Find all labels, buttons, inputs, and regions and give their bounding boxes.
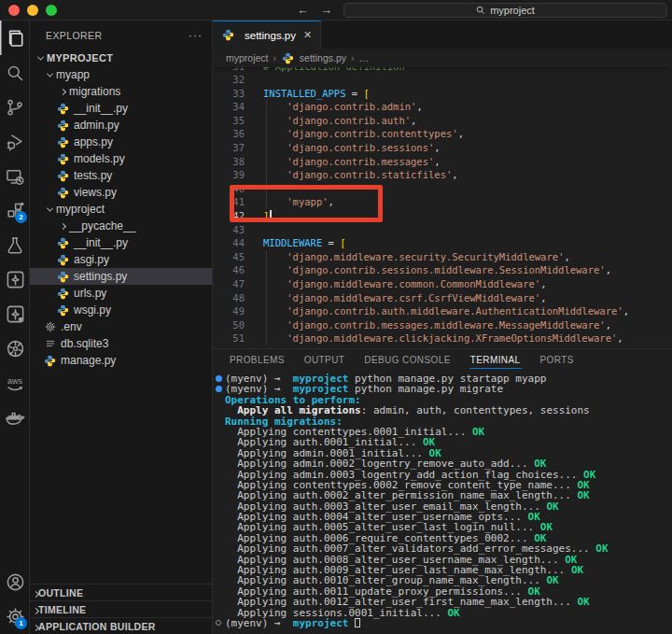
python-icon bbox=[56, 103, 70, 115]
tab-bar: settings.py ✕ bbox=[213, 21, 672, 49]
code-line-45: 45 'django.middleware.security.SecurityM… bbox=[213, 250, 672, 264]
nav-back-icon[interactable]: ← bbox=[297, 0, 309, 21]
code-line-47: 47 'django.middleware.common.CommonMiddl… bbox=[213, 277, 672, 291]
chevron-right-icon bbox=[56, 224, 69, 229]
tab-label: settings.py bbox=[245, 30, 296, 41]
tree-item-label: __init__.py bbox=[74, 102, 128, 115]
section-application-builder[interactable]: APPLICATION BUILDER bbox=[30, 617, 212, 634]
tree-item-label: apps.py bbox=[74, 135, 113, 148]
tree-item--env[interactable]: .env bbox=[30, 318, 212, 335]
tree-item-__init__-py[interactable]: __init__.py bbox=[30, 234, 212, 251]
more-actions-icon[interactable]: ··· bbox=[189, 29, 203, 42]
tab-settings-py[interactable]: settings.py ✕ bbox=[213, 21, 321, 49]
python-icon bbox=[221, 29, 235, 41]
tree-item-label: __pycache__ bbox=[69, 219, 135, 232]
chevron-right-icon bbox=[56, 90, 69, 94]
tree-item-manage-py[interactable]: manage.py bbox=[30, 352, 212, 369]
terminal-cursor bbox=[355, 618, 360, 627]
panel-tab-output[interactable]: OUTPUT bbox=[303, 352, 346, 369]
tree-item-apps-py[interactable]: apps.py bbox=[30, 134, 212, 150]
tree-item-migrations[interactable]: migrations bbox=[30, 83, 212, 100]
search-icon[interactable] bbox=[0, 55, 30, 90]
tree-item-wsgi-py[interactable]: wsgi.py bbox=[30, 302, 212, 318]
section-outline[interactable]: OUTLINE bbox=[30, 584, 212, 600]
testing-icon[interactable] bbox=[0, 228, 30, 262]
bottom-panel: PROBLEMSOUTPUTDEBUG CONSOLETERMINALPORTS… bbox=[213, 348, 672, 634]
section-label: APPLICATION BUILDER bbox=[38, 621, 156, 632]
tree-item-tests-py[interactable]: tests.py bbox=[30, 167, 212, 184]
tree-item-models-py[interactable]: models.py bbox=[30, 150, 212, 167]
remote-explorer-icon[interactable] bbox=[0, 159, 30, 193]
code-line-37: 37 'django.contrib.sessions', bbox=[213, 141, 672, 155]
line-number: 47 bbox=[213, 277, 245, 291]
accounts-icon[interactable] bbox=[0, 565, 30, 599]
code-line-34: 34 'django.contrib.admin', bbox=[213, 100, 672, 114]
docker-icon[interactable] bbox=[0, 401, 30, 435]
line-number: 33 bbox=[213, 87, 245, 101]
command-success-dot bbox=[216, 386, 222, 392]
terminal-output[interactable]: (myenv) → myproject python manage.py sta… bbox=[213, 372, 672, 634]
command-success-dot bbox=[216, 375, 222, 382]
panel-tab-problems[interactable]: PROBLEMS bbox=[229, 352, 286, 369]
python-icon bbox=[56, 136, 70, 148]
section-label: TIMELINE bbox=[38, 604, 86, 615]
code-line-35: 35 'django.contrib.auth', bbox=[213, 114, 672, 128]
line-number: 49 bbox=[213, 304, 245, 318]
nav-forward-icon[interactable]: → bbox=[320, 0, 332, 21]
tree-item-admin-py[interactable]: admin.py bbox=[30, 117, 212, 134]
command-center-search[interactable]: myproject bbox=[343, 3, 667, 18]
file-tree: MYPROJECTmyappmigrations__init__.pyadmin… bbox=[30, 49, 212, 584]
python-icon bbox=[56, 153, 70, 165]
highlight-rectangle-annotation bbox=[230, 185, 383, 222]
code-line-48: 48 'django.middleware.csrf.CsrfViewMiddl… bbox=[213, 291, 672, 305]
tree-item-__pycache__[interactable]: __pycache__ bbox=[30, 218, 212, 234]
tree-item-views-py[interactable]: views.py bbox=[30, 184, 212, 201]
line-number: 36 bbox=[213, 127, 245, 141]
extensions-icon[interactable]: 2 bbox=[0, 193, 30, 228]
python-icon bbox=[56, 187, 70, 199]
minimize-window-button[interactable] bbox=[27, 5, 38, 16]
tree-item-myproject[interactable]: myproject bbox=[30, 201, 212, 218]
tree-item-db-sqlite3[interactable]: db.sqlite3 bbox=[30, 335, 212, 352]
tree-item-settings-py[interactable]: settings.py bbox=[30, 268, 212, 285]
line-number: 32 bbox=[213, 73, 245, 87]
tree-item-myapp[interactable]: myapp bbox=[30, 66, 212, 83]
close-tab-icon[interactable]: ✕ bbox=[303, 29, 312, 41]
python-icon bbox=[56, 237, 70, 249]
tree-item-__init__-py[interactable]: __init__.py bbox=[30, 100, 212, 117]
zoom-window-button[interactable] bbox=[46, 5, 57, 16]
run-debug-icon[interactable] bbox=[0, 124, 30, 159]
section-timeline[interactable]: TIMELINE bbox=[30, 600, 212, 617]
badge: 2 bbox=[15, 211, 27, 223]
extension-bird-icon[interactable] bbox=[0, 262, 30, 297]
tree-item-asgi-py[interactable]: asgi.py bbox=[30, 251, 212, 268]
aws-icon[interactable]: aws bbox=[0, 366, 30, 401]
code-editor[interactable]: 31# Application definition3233INSTALLED_… bbox=[213, 67, 672, 348]
settings-gear-icon[interactable]: 1 bbox=[0, 599, 30, 634]
tree-item-label: db.sqlite3 bbox=[61, 337, 108, 350]
code-line-39: 39 'django.contrib.staticfiles', bbox=[213, 168, 672, 182]
extension-bird2-icon[interactable] bbox=[0, 297, 30, 331]
python-icon bbox=[56, 271, 70, 283]
breadcrumb-item[interactable]: settings.py bbox=[300, 52, 346, 63]
breadcrumb-item[interactable]: … bbox=[358, 52, 369, 63]
tree-item-label: urls.py bbox=[74, 287, 106, 300]
explorer-icon[interactable] bbox=[0, 21, 30, 55]
breadcrumb-item[interactable]: myproject bbox=[226, 52, 269, 63]
panel-tab-ports[interactable]: PORTS bbox=[539, 352, 575, 369]
tree-root-myproject[interactable]: MYPROJECT bbox=[30, 49, 212, 66]
database-icon bbox=[43, 338, 57, 349]
panel-tab-terminal[interactable]: TERMINAL bbox=[469, 352, 522, 369]
code-line-43: 43 bbox=[213, 223, 672, 237]
command-pending-circle bbox=[216, 620, 221, 626]
close-window-button[interactable] bbox=[8, 5, 20, 16]
source-control-icon[interactable] bbox=[0, 90, 30, 124]
code-line-49: 49 'django.contrib.auth.middleware.Authe… bbox=[213, 304, 672, 318]
line-number: 39 bbox=[213, 168, 245, 182]
line-number: 34 bbox=[213, 100, 245, 114]
panel-tab-debug-console[interactable]: DEBUG CONSOLE bbox=[363, 352, 451, 369]
kubernetes-icon[interactable] bbox=[0, 331, 30, 366]
tree-item-urls-py[interactable]: urls.py bbox=[30, 285, 212, 302]
line-number: 35 bbox=[213, 114, 245, 128]
tree-item-label: settings.py bbox=[74, 270, 127, 283]
